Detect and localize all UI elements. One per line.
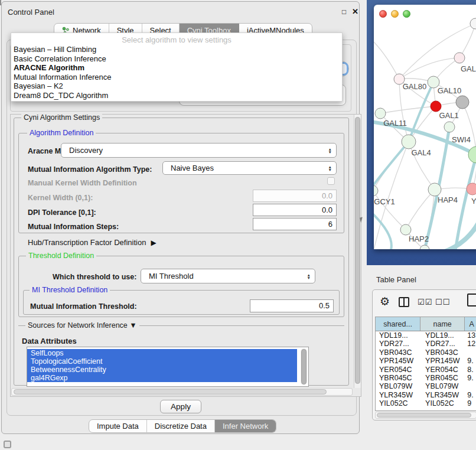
data-attributes-list[interactable]: SelfLoops TopologicalCoefficient Between… xyxy=(27,347,309,387)
dpi-tolerance-input[interactable]: 0.0 xyxy=(253,204,337,216)
zoom-traffic-light[interactable] xyxy=(403,10,410,18)
column-header[interactable]: shared... xyxy=(376,317,420,331)
scrollbar-thumb[interactable] xyxy=(14,389,327,394)
combo-arrows-icon: ▲▼ xyxy=(307,273,311,279)
table-horizontal-scrollbar[interactable] xyxy=(375,412,476,419)
node-green-large[interactable] xyxy=(468,146,476,163)
scrollbar-thumb[interactable] xyxy=(301,349,307,384)
network-canvas[interactable]: GAL GAL80 GAL10 GAL1 GAL11 SWI4 GAL4 HAP… xyxy=(374,5,476,249)
table-row[interactable]: YER054CYER054C8. xyxy=(376,366,476,374)
node-swi4[interactable] xyxy=(444,122,455,132)
list-item[interactable]: TopologicalCoefficient xyxy=(27,357,297,366)
node-label: GAL xyxy=(461,64,476,73)
node-table: shared... name A YDL19...YDL19...13 YDR2… xyxy=(375,317,476,411)
algorithm-definition-title: Algorithm Definition xyxy=(27,129,96,137)
deselect-all-icon[interactable]: ☐☐ xyxy=(435,298,450,306)
node-hap4[interactable] xyxy=(428,183,441,196)
table-row[interactable]: YDL19...YDL19...13 xyxy=(376,331,476,340)
list-item[interactable]: SelfLoops xyxy=(27,349,297,357)
table-panel-title: Table Panel xyxy=(376,275,416,284)
gear-icon[interactable]: ⚙ xyxy=(380,295,390,308)
scrollbar-thumb[interactable] xyxy=(377,413,471,418)
mi-threshold-definition-title: MI Threshold Definition xyxy=(30,286,110,294)
table-row[interactable]: YIL052CYIL052C9 xyxy=(376,399,476,407)
float-window-icon[interactable]: □ xyxy=(342,8,346,16)
table-row[interactable]: YBL079WYBL079W xyxy=(376,382,476,390)
minimize-traffic-light[interactable] xyxy=(391,10,399,18)
list-item[interactable]: BetweennessCentrality xyxy=(27,366,297,374)
kernel-width-label: Kernel Width (0,1): xyxy=(28,194,93,202)
node-label: GAL11 xyxy=(383,119,407,128)
hub-definition-toggle[interactable]: Hub/Transcription Factor Definition▶ xyxy=(28,238,157,247)
menu-item[interactable]: Bayesian – K2 xyxy=(11,81,342,91)
table-panel-window: ⚙ ☑☑ ☐☐ shared... name A YDL19...YDL19..… xyxy=(372,289,476,420)
network-view-window: GAL GAL80 GAL10 GAL1 GAL11 SWI4 GAL4 HAP… xyxy=(374,5,476,249)
node[interactable] xyxy=(470,18,476,29)
sources-title[interactable]: Sources for Network Inference ▼ xyxy=(25,321,139,330)
mi-algorithm-type-select[interactable]: Naive Bayes ▲▼ xyxy=(162,161,337,175)
node-label: GAL1 xyxy=(439,111,458,120)
which-threshold-select[interactable]: MI Threshold ▲▼ xyxy=(141,269,315,283)
node-hap2[interactable] xyxy=(400,224,411,235)
tab-impute-data[interactable]: Impute Data xyxy=(89,420,147,432)
node-label: HAP4 xyxy=(438,195,458,204)
table-row[interactable]: YDR27...YDR27...12 xyxy=(376,340,476,348)
kernel-width-input[interactable]: 0.0 xyxy=(253,190,337,202)
table-row[interactable]: YLR345WYLR345W9. xyxy=(376,391,476,399)
list-item[interactable]: gal4RGexp xyxy=(27,374,297,382)
select-all-icon[interactable]: ☑☑ xyxy=(418,298,432,306)
column-header[interactable]: A xyxy=(465,317,476,331)
apply-button[interactable]: Apply xyxy=(160,400,201,413)
table-row[interactable]: YBR045CYBR045C9. xyxy=(376,374,476,382)
node-salmon[interactable] xyxy=(467,183,476,195)
cyni-mode-tabbar: Impute Data Discretize Data Infer Networ… xyxy=(89,419,276,433)
combo-arrows-icon: ▲▼ xyxy=(328,148,332,154)
menu-item[interactable]: Dream8 DC_TDC Algorithm xyxy=(11,91,342,100)
node-gal1-selected[interactable] xyxy=(431,101,441,112)
node-gal[interactable] xyxy=(454,53,465,63)
manual-kernel-label: Manual Kernel Width Definition xyxy=(28,179,137,187)
popup-placeholder: Select algorithm to view settings xyxy=(11,33,342,45)
algorithm-popup-list: Select algorithm to view settings Bayesi… xyxy=(11,32,343,102)
bottom-left-icon-fragment xyxy=(4,441,11,448)
scrollbar-thumb[interactable] xyxy=(355,117,360,384)
node[interactable] xyxy=(420,245,429,249)
tab-discretize-data[interactable]: Discretize Data xyxy=(147,420,215,432)
document-icon[interactable] xyxy=(467,294,476,306)
mi-threshold-input[interactable]: 0.5 xyxy=(250,299,334,312)
settings-horizontal-scrollbar[interactable] xyxy=(11,388,353,396)
manual-kernel-checkbox[interactable] xyxy=(327,177,335,185)
tab-infer-network[interactable]: Infer Network xyxy=(215,420,276,432)
dpi-tolerance-label: DPI Tolerance [0,1]: xyxy=(28,208,96,217)
menu-item[interactable]: Bayesian – Hill Climbing xyxy=(11,45,342,54)
data-attributes-label: Data Attributes xyxy=(22,337,77,345)
table-toolbar: ⚙ ☑☑ ☐☐ xyxy=(373,290,476,316)
close-traffic-light[interactable] xyxy=(379,10,387,18)
node-gcy1[interactable] xyxy=(374,185,378,196)
expand-arrow-icon: ▶ xyxy=(151,239,156,247)
columns-icon[interactable] xyxy=(399,297,409,307)
table-header-row: shared... name A xyxy=(376,317,476,331)
close-icon[interactable]: ✕ xyxy=(352,7,358,16)
node-label: HAP2 xyxy=(409,234,429,243)
node-gal11[interactable] xyxy=(375,108,386,119)
menu-item[interactable]: Mutual Information Inference xyxy=(11,73,342,82)
mi-type-label: Mutual Information Algorithm Type: xyxy=(28,165,152,174)
node-gal4[interactable] xyxy=(402,135,416,149)
node-label: GCY1 xyxy=(374,197,395,206)
menu-item[interactable]: Basic Correlation Inference xyxy=(11,54,342,64)
which-threshold-label: Which threshold to use: xyxy=(53,273,136,281)
node-label: GAL4 xyxy=(411,148,431,157)
mi-steps-input[interactable]: 6 xyxy=(253,218,337,230)
settings-vertical-scrollbar[interactable] xyxy=(354,115,361,388)
node-gray[interactable] xyxy=(456,96,469,109)
column-header[interactable]: name xyxy=(420,317,465,331)
aracne-mode-select[interactable]: Discovery ▲▼ xyxy=(61,143,337,158)
table-row[interactable]: YBR043CYBR043C xyxy=(376,348,476,357)
menu-item-selected[interactable]: ARACNE Algorithm xyxy=(11,63,342,73)
node-label: GAL80 xyxy=(403,82,426,91)
table-row[interactable]: YPR145WYPR145W9. xyxy=(376,357,476,365)
threshold-definition-title: Threshold Definition xyxy=(26,252,96,260)
mi-steps-label: Mutual Information Steps: xyxy=(28,223,119,231)
list-vertical-scrollbar[interactable] xyxy=(301,348,307,385)
